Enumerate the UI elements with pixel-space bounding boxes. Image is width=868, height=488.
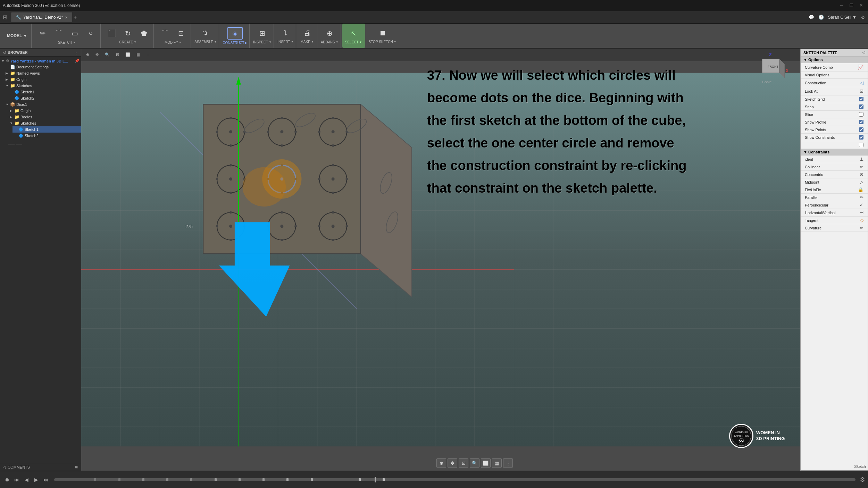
addins-btn[interactable]: ⊕ xyxy=(322,28,337,39)
tl-item-12[interactable] xyxy=(383,478,385,481)
vp-btn-zoomfit[interactable]: ⊡ xyxy=(459,458,468,468)
showprofile-checkbox[interactable] xyxy=(859,120,863,124)
constraint-item-tangent-line[interactable]: ident ⊥ xyxy=(801,155,868,163)
showconstraints-checkbox[interactable] xyxy=(859,135,863,140)
sidebar-options-icon[interactable]: ⋮ xyxy=(74,50,78,55)
tl-item-2[interactable] xyxy=(118,478,120,481)
constraint-item-tangent[interactable]: Tangent ◇ xyxy=(801,217,868,224)
constraint-item-parallel[interactable]: Parallel ✏ xyxy=(801,194,868,201)
vp-btn-zoomin[interactable]: 🔍 xyxy=(470,458,479,468)
sidebar-footer-icon[interactable]: ⊞ xyxy=(75,465,78,469)
navcube[interactable]: X Z FRONT HOME xyxy=(752,52,793,87)
constraint-item-collinear[interactable]: Collinear ✏ xyxy=(801,163,868,171)
sidebar-footer-collapse[interactable]: ◁ xyxy=(3,465,6,469)
sidebar-collapse-icon[interactable]: ◁ xyxy=(3,50,6,55)
new-tab-button[interactable]: + xyxy=(74,14,77,20)
constraint-item-midpoint[interactable]: Midpoint △ xyxy=(801,178,868,186)
construct-btn[interactable]: ◈ xyxy=(227,27,243,40)
constraint-item-perpendicular[interactable]: Perpendicular ✓ xyxy=(801,201,868,209)
vp-btn-pan[interactable]: ✥ xyxy=(448,458,457,468)
tl-play-btn[interactable]: ▶ xyxy=(32,476,40,484)
tl-item-4[interactable] xyxy=(166,478,168,481)
tree-item-origin2[interactable]: ▶ 📁 Origin xyxy=(8,108,81,114)
tl-step-forward-btn[interactable]: ⏭ xyxy=(42,476,50,484)
sketch-palette-expand[interactable]: ◁ xyxy=(862,50,865,55)
restore-button[interactable]: ❒ xyxy=(847,2,856,9)
tree-item-bodies[interactable]: ▶ 📁 Bodies xyxy=(8,114,81,120)
constraint-item-fixunfix[interactable]: Fix/UnFix 🔒 xyxy=(801,186,868,194)
user-menu[interactable]: Sarah O'Sell ▼ xyxy=(828,15,857,20)
tl-record-btn[interactable]: ⏺ xyxy=(3,476,11,484)
modify-fillet-btn[interactable]: ⌒ xyxy=(157,27,173,39)
sketchgrid-checkbox[interactable] xyxy=(859,97,863,101)
active-tab[interactable]: 🔧 Yard Yah....Demo v2* ✕ xyxy=(11,12,72,22)
create-revolve-btn[interactable]: ↻ xyxy=(120,28,135,39)
tl-item-1[interactable] xyxy=(94,478,96,481)
create-sweep-btn[interactable]: ⬟ xyxy=(136,28,151,39)
palette-item-construction[interactable]: Construction ◁ xyxy=(801,79,868,87)
slice-checkbox[interactable] xyxy=(859,112,863,117)
tab-close-button[interactable]: ✕ xyxy=(65,16,68,19)
tree-item-root[interactable]: ▼ ⚙ Yard Yahtzee - Women in 3D L... 📌 xyxy=(0,58,81,64)
notifications-icon[interactable]: 💬 xyxy=(809,15,814,20)
model-dropdown-btn[interactable]: MODEL ▼ xyxy=(5,32,29,40)
vp-btn-orbit[interactable]: ⊕ xyxy=(436,458,446,468)
palette-item-slice[interactable]: Slice xyxy=(801,111,868,118)
viewport[interactable]: ⊕ ✥ 🔍 ⊡ ⬜ ▦ ⋮ xyxy=(81,49,868,471)
palette-item-showpoints[interactable]: Show Points xyxy=(801,126,868,134)
showpoints-checkbox[interactable] xyxy=(859,127,863,132)
home-icon[interactable]: ⊞ xyxy=(3,14,7,20)
close-button[interactable]: ✕ xyxy=(857,2,865,9)
palette-item-extra[interactable] xyxy=(801,141,868,149)
snap-checkbox[interactable] xyxy=(859,104,863,109)
tl-item-11[interactable] xyxy=(359,478,361,481)
stop-sketch-btn[interactable]: ⏹ xyxy=(375,28,390,39)
palette-item-lookat[interactable]: Look At ⊡ xyxy=(801,87,868,95)
insert-btn[interactable]: ⤵ xyxy=(278,28,293,39)
palette-item-showconstraints[interactable]: Show Constraints xyxy=(801,134,868,141)
tree-item-sketches2[interactable]: ▼ 📁 Sketches xyxy=(8,120,81,126)
minimize-button[interactable]: ─ xyxy=(837,2,846,9)
create-extrude-btn[interactable]: ⬛ xyxy=(104,28,119,39)
constraint-item-concentric[interactable]: Concentric ⊙ xyxy=(801,171,868,178)
sketch-rect-btn[interactable]: ▭ xyxy=(67,28,82,39)
tl-track[interactable] xyxy=(54,478,856,481)
extra-checkbox[interactable] xyxy=(859,143,863,147)
palette-constraints-header[interactable]: ▼ Constraints xyxy=(801,149,868,155)
sketch-arc-btn[interactable]: ⌒ xyxy=(51,27,66,39)
vp-btn-view[interactable]: ⬜ xyxy=(481,458,491,468)
tree-item-dice1[interactable]: ▼ 📦 Dice:1 xyxy=(4,101,81,108)
constraint-item-curvature[interactable]: Curvature ✏ xyxy=(801,224,868,232)
tree-item-namedviews[interactable]: ▶ 📁 Named Views xyxy=(4,70,81,76)
tl-item-5[interactable] xyxy=(190,478,192,481)
tl-item-8[interactable] xyxy=(262,478,265,481)
make-btn[interactable]: 🖨 xyxy=(300,28,315,39)
tree-item-sketch2-top[interactable]: 🔷 Sketch2 xyxy=(8,95,81,101)
tl-skip-back-btn[interactable]: ⏮ xyxy=(12,476,21,484)
vp-btn-more[interactable]: ⋮ xyxy=(503,458,513,468)
tl-item-6[interactable] xyxy=(215,478,217,481)
palette-item-sketchgrid[interactable]: Sketch Grid xyxy=(801,95,868,103)
settings-icon[interactable]: ⚙ xyxy=(861,15,865,20)
assemble-btn[interactable]: ⛭ xyxy=(198,28,213,39)
select-btn[interactable]: ↖ xyxy=(346,28,361,39)
tree-item-sketch1-top[interactable]: 🔷 Sketch1 xyxy=(8,89,81,95)
tl-item-10[interactable] xyxy=(311,478,313,481)
tl-item-7[interactable] xyxy=(239,478,241,481)
tree-item-origin[interactable]: ▶ 📁 Origin xyxy=(4,76,81,83)
clock-icon[interactable]: 🕐 xyxy=(818,15,824,20)
vp-btn-display[interactable]: ▦ xyxy=(492,458,502,468)
palette-options-header[interactable]: ▼ Options xyxy=(801,57,868,63)
constraint-item-horizvert[interactable]: Horizontal/Vertical ⊣ xyxy=(801,209,868,217)
tree-item-docsettings[interactable]: 📄 Document Settings xyxy=(4,64,81,70)
sketch-circle-btn[interactable]: ○ xyxy=(83,28,98,39)
tl-item-3[interactable] xyxy=(142,478,144,481)
tree-item-sketch1-active[interactable]: 🔷 Sketch1 xyxy=(12,126,81,133)
tl-step-back-btn[interactable]: ◀ xyxy=(22,476,31,484)
tl-settings-icon[interactable]: ⚙ xyxy=(860,476,865,483)
modify-shell-btn[interactable]: ⊡ xyxy=(173,28,189,39)
palette-item-curvaturecomb[interactable]: Curvature Comb 📈 xyxy=(801,63,868,71)
palette-item-visualoptions[interactable]: Visual Options xyxy=(801,71,868,79)
palette-item-showprofile[interactable]: Show Profile xyxy=(801,118,868,126)
inspect-btn[interactable]: ⊞ xyxy=(255,28,270,39)
